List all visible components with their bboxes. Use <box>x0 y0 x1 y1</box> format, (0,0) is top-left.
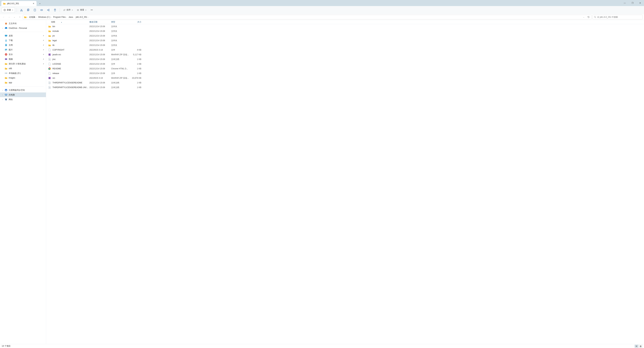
breadcrumb-item[interactable]: jdk1.8.0_351› <box>75 15 89 18</box>
file-row[interactable]: include2022/12/14 15:08文件夹 <box>46 29 644 33</box>
breadcrumb-item[interactable]: 此电脑› <box>28 15 37 19</box>
file-date: 2022/12/14 15:08 <box>89 25 111 28</box>
file-date: 2022/9/15 3:19 <box>89 77 111 79</box>
sidebar-item[interactable]: ›此电脑 <box>0 92 46 97</box>
column-header-date[interactable]: 修改日期 <box>89 20 111 23</box>
folder-icon <box>48 25 51 28</box>
more-button[interactable]: ••• <box>89 7 95 13</box>
paste-button[interactable] <box>32 7 38 13</box>
refresh-button[interactable] <box>586 15 590 19</box>
copy-button[interactable] <box>25 7 31 13</box>
window-maximize-button[interactable]: ❐ <box>628 0 636 6</box>
plus-icon <box>4 9 6 11</box>
sidebar-item[interactable]: 下载 <box>0 38 46 43</box>
column-header-name[interactable]: 名称▴ <box>51 20 89 23</box>
sidebar-item-label: 主文件夹 <box>9 22 17 25</box>
nav-up-button[interactable]: ↑ <box>18 15 22 19</box>
sidebar-item[interactable]: 视频 <box>0 57 46 61</box>
file-row[interactable]: lib2022/12/14 15:08文件夹 <box>46 43 644 47</box>
rename-button[interactable] <box>38 7 44 13</box>
sidebar-item[interactable]: ›网络 <box>0 97 46 102</box>
view-button[interactable]: 查看 ▾ <box>75 7 88 13</box>
expand-icon[interactable]: › <box>1 27 4 29</box>
rename-icon <box>40 9 43 11</box>
file-row[interactable]: bin2022/12/14 15:08文件夹 <box>46 24 644 29</box>
new-tab-button[interactable]: + <box>38 1 42 6</box>
sidebar-item[interactable]: 本地磁盘 (D:) <box>0 71 46 75</box>
file-row[interactable]: jmc2022/12/14 15:08文本文档1 KB <box>46 57 644 62</box>
expand-icon[interactable]: › <box>1 89 4 91</box>
file-type: 文件 <box>111 72 130 75</box>
file-type: 文件夹 <box>111 34 130 37</box>
sidebar-item[interactable]: app <box>0 80 46 85</box>
file-row[interactable]: javafx-src2022/12/14 15:08WinRAR ZIP 压缩.… <box>46 52 644 57</box>
column-header-type[interactable]: 类型 <box>111 20 130 23</box>
view-details-button[interactable]: ≣ <box>634 345 638 348</box>
sidebar-item[interactable]: 音乐 <box>0 52 46 57</box>
breadcrumb-item[interactable]: Java› <box>68 15 75 18</box>
address-dropdown-button[interactable]: ⌄ <box>582 15 586 19</box>
cut-button[interactable] <box>18 7 24 13</box>
nav-back-button[interactable]: ← <box>1 15 6 19</box>
file-name: src <box>52 77 89 79</box>
search-input[interactable] <box>597 16 641 18</box>
file-row[interactable]: jre2022/12/14 15:08文件夹 <box>46 33 644 38</box>
separator <box>2 32 44 32</box>
sidebar-item-label: x86 <box>9 67 12 70</box>
file-row[interactable]: README2022/12/14 15:08Chrome HTML D...1 … <box>46 66 644 71</box>
file-row[interactable]: THIRDPARTYLICENSEREADME-JAVAFX2022/12/14… <box>46 85 644 90</box>
column-header-size[interactable]: 大小 <box>130 20 141 23</box>
new-button-label: 新建 <box>7 8 11 11</box>
nav-recent-button[interactable]: ⌄ <box>12 15 17 19</box>
window-close-button[interactable]: ✕ <box>636 0 644 6</box>
paste-icon <box>34 9 36 11</box>
file-list[interactable]: bin2022/12/14 15:08文件夹include2022/12/14 … <box>46 24 644 344</box>
file-row[interactable]: legal2022/12/14 15:08文件夹 <box>46 38 644 43</box>
file-row[interactable]: release2022/12/14 15:08文件1 KB <box>46 71 644 76</box>
file-name: include <box>52 30 89 32</box>
file-type: WinRAR ZIP 压缩... <box>111 53 130 56</box>
folder-icon <box>5 81 8 84</box>
sidebar-item-label: 第01章 计算机基础 <box>9 62 26 65</box>
sidebar-item[interactable]: 桌面 <box>0 33 46 38</box>
status-text: 14 个项目 <box>2 345 10 348</box>
share-button[interactable] <box>45 7 51 13</box>
file-name: legal <box>52 39 89 42</box>
sidebar-item[interactable]: x86 <box>0 66 46 71</box>
breadcrumb-item[interactable]: Program Files› <box>52 15 68 18</box>
search-box[interactable] <box>592 15 643 19</box>
sidebar-home[interactable]: 主文件夹 <box>0 21 46 26</box>
pin-icon <box>42 35 44 37</box>
view-icons-button[interactable]: ▦ <box>639 345 642 348</box>
file-row[interactable]: THIRDPARTYLICENSEREADME2022/12/14 15:08文… <box>46 80 644 85</box>
file-row[interactable]: src2022/9/15 3:19WinRAR ZIP 压缩...20,676 … <box>46 76 644 80</box>
file-name: jmc <box>52 58 89 60</box>
sidebar-item[interactable]: images <box>0 75 46 80</box>
separator <box>2 86 44 86</box>
expand-icon[interactable]: › <box>1 94 4 96</box>
expand-icon[interactable]: › <box>1 99 4 100</box>
sidebar: 主文件夹 › OneDrive - Personal 桌面下载文档图片音乐视频第… <box>0 20 46 344</box>
sort-button[interactable]: 排序 ▾ <box>62 7 74 13</box>
file-row[interactable]: COPYRIGHT2022/9/15 3:19文件4 KB <box>46 47 644 52</box>
sidebar-item[interactable]: 第01章 计算机基础 <box>0 61 46 66</box>
tab-close-button[interactable]: ✕ <box>32 2 35 5</box>
tab-active[interactable]: jdk1.8.0_351 ✕ <box>1 1 36 6</box>
window-minimize-button[interactable]: — <box>621 0 628 6</box>
file-row[interactable]: LICENSE2022/12/14 15:08文件1 KB <box>46 62 644 66</box>
sidebar-item-label: 本地磁盘 (D:) <box>9 72 20 75</box>
search-icon <box>594 16 596 18</box>
sidebar-item-label: 文档 <box>9 44 13 46</box>
sidebar-onedrive[interactable]: › OneDrive - Personal <box>0 26 46 30</box>
file-type: Chrome HTML D... <box>111 67 130 70</box>
breadcrumb-item[interactable]: Windows (C:)› <box>38 15 52 18</box>
delete-button[interactable] <box>52 7 58 13</box>
new-button[interactable]: 新建 ▾ <box>2 7 15 13</box>
nav-forward-button[interactable]: → <box>7 15 12 19</box>
file-name: lib <box>52 44 89 46</box>
sidebar-item[interactable]: 文档 <box>0 43 46 47</box>
sidebar-item[interactable]: 图片 <box>0 47 46 52</box>
address-bar[interactable]: › 此电脑›Windows (C:)›Program Files›Java›jd… <box>23 15 592 19</box>
file-date: 2022/9/15 3:19 <box>89 49 111 51</box>
sidebar-item[interactable]: ›百度网盘同步空间 <box>0 88 46 92</box>
